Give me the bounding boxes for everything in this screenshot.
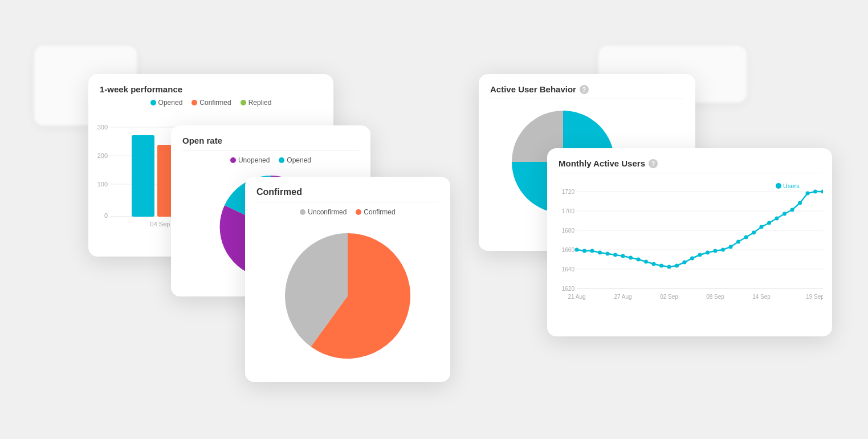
unconfirmed-dot <box>300 209 305 215</box>
svg-point-42 <box>721 248 725 252</box>
active-user-title: Active User Behavior ? <box>479 74 695 99</box>
svg-point-36 <box>675 264 679 268</box>
monthly-chart-wrapper: Users 1720 1700 1680 1660 1640 1620 <box>547 173 832 330</box>
svg-text:1660: 1660 <box>562 247 575 253</box>
confirmed-card: Confirmed Unconfirmed Confirmed <box>245 177 450 382</box>
svg-point-26 <box>598 251 602 255</box>
svg-point-51 <box>790 208 794 212</box>
replied-dot <box>241 100 246 105</box>
opened-dot <box>150 100 156 105</box>
svg-point-50 <box>783 212 787 216</box>
svg-text:02 Sep: 02 Sep <box>660 294 678 300</box>
legend-unconfirmed: Unconfirmed <box>300 208 347 216</box>
performance-legend: Opened Confirmed Replied <box>88 99 333 112</box>
performance-title: 1-week performance <box>88 74 333 99</box>
svg-point-52 <box>798 201 802 205</box>
svg-point-45 <box>744 235 748 239</box>
svg-text:1680: 1680 <box>562 227 575 234</box>
svg-point-25 <box>590 249 594 253</box>
opened2-dot <box>279 157 284 163</box>
svg-text:04 Sep: 04 Sep <box>150 221 170 227</box>
svg-point-35 <box>667 265 671 269</box>
confirmed-pie <box>274 222 422 370</box>
svg-text:100: 100 <box>97 181 108 188</box>
confirmed-dot <box>191 100 197 105</box>
svg-point-24 <box>582 249 586 253</box>
svg-point-55 <box>821 190 824 194</box>
svg-point-23 <box>575 248 579 252</box>
open-rate-title: Open rate <box>171 125 370 150</box>
svg-point-37 <box>683 261 687 265</box>
svg-text:27 Aug: 27 Aug <box>614 294 631 300</box>
svg-point-34 <box>659 264 663 268</box>
svg-point-28 <box>613 253 617 257</box>
legend-confirmed: Confirmed <box>191 99 231 107</box>
svg-text:Users: Users <box>783 182 800 189</box>
svg-point-53 <box>806 192 810 196</box>
confirmed-item-dot <box>356 209 361 215</box>
svg-text:08 Sep: 08 Sep <box>706 294 724 300</box>
confirmed-legend: Unconfirmed Confirmed <box>245 202 450 216</box>
svg-text:0: 0 <box>104 212 108 219</box>
svg-point-43 <box>729 245 733 249</box>
monthly-line-chart: Users 1720 1700 1680 1660 1640 1620 <box>556 178 823 323</box>
svg-point-30 <box>629 256 633 260</box>
monthly-card: Monthly Active Users ? Users 1720 1700 1… <box>547 148 832 336</box>
question-icon: ? <box>580 85 589 94</box>
svg-point-40 <box>706 251 710 255</box>
legend-confirmed-item: Confirmed <box>356 208 395 216</box>
confirmed-chart-area <box>245 216 450 376</box>
unopened-dot <box>230 157 236 163</box>
svg-text:14 Sep: 14 Sep <box>752 294 771 300</box>
svg-point-31 <box>637 258 641 262</box>
svg-point-29 <box>621 254 625 258</box>
svg-text:19 Sep: 19 Sep <box>806 294 823 300</box>
svg-point-33 <box>652 262 656 266</box>
legend-opened: Opened <box>150 99 183 107</box>
svg-point-41 <box>714 249 718 253</box>
open-rate-legend: Unopened Opened <box>171 151 370 164</box>
confirmed-title: Confirmed <box>245 177 450 202</box>
legend-opened2: Opened <box>279 156 311 164</box>
svg-text:300: 300 <box>97 124 108 131</box>
svg-point-39 <box>698 253 702 257</box>
svg-point-44 <box>736 240 740 244</box>
legend-unopened: Unopened <box>230 156 270 164</box>
svg-point-9 <box>776 183 781 189</box>
svg-point-49 <box>775 217 779 221</box>
legend-replied: Replied <box>241 99 272 107</box>
svg-point-46 <box>752 231 756 235</box>
svg-text:200: 200 <box>97 152 108 159</box>
svg-point-54 <box>813 190 817 194</box>
monthly-title: Monthly Active Users ? <box>547 148 832 173</box>
monthly-question-icon: ? <box>649 159 658 168</box>
svg-point-47 <box>760 225 764 229</box>
svg-point-38 <box>690 257 694 261</box>
bar-opened <box>132 135 154 217</box>
svg-text:1620: 1620 <box>562 286 575 292</box>
svg-text:21 Aug: 21 Aug <box>568 294 585 300</box>
svg-text:1720: 1720 <box>562 189 575 195</box>
svg-point-48 <box>767 221 771 225</box>
svg-text:1700: 1700 <box>562 208 575 214</box>
svg-point-32 <box>644 260 648 264</box>
svg-text:1640: 1640 <box>562 266 575 273</box>
svg-point-27 <box>606 252 610 256</box>
